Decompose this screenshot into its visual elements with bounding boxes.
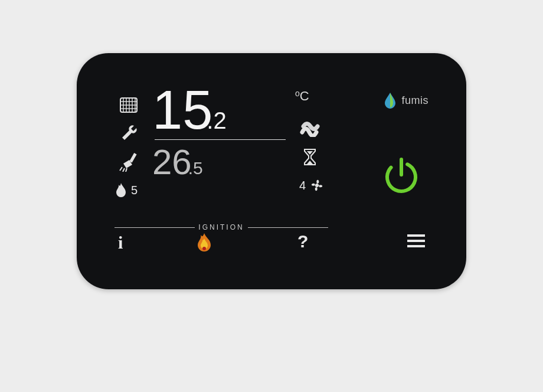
svg-rect-19 <box>407 245 425 247</box>
bottom-bar: i ? <box>115 233 428 256</box>
svg-rect-17 <box>407 234 425 237</box>
svg-rect-9 <box>129 153 136 162</box>
room-temperature: 26.5 <box>152 145 288 180</box>
grate-icon[interactable] <box>115 91 143 119</box>
droplet-icon <box>384 92 397 109</box>
set-temp-frac: .2 <box>207 107 226 133</box>
room-temp-frac: .5 <box>188 158 203 178</box>
room-temp-whole: 26 <box>152 142 192 182</box>
flame-color-icon <box>196 233 212 251</box>
flame-level-value: 5 <box>131 184 138 197</box>
flame-icon <box>115 182 127 198</box>
menu-icon <box>407 234 425 248</box>
status-label: IGNITION <box>198 223 244 231</box>
fan-level-value: 4 <box>299 179 306 192</box>
power-button[interactable] <box>380 155 423 197</box>
svg-point-16 <box>202 247 206 250</box>
device-frame: fumis oC 5 15.2 <box>77 53 466 289</box>
ignition-flame-button[interactable] <box>196 233 212 251</box>
status-bar: IGNITION <box>115 223 328 231</box>
svg-point-13 <box>315 184 319 187</box>
brush-icon[interactable] <box>115 148 143 176</box>
fan-icon <box>309 178 325 193</box>
wave-icon[interactable] <box>295 115 325 143</box>
left-icon-column: 5 <box>115 91 143 204</box>
temperature-block[interactable]: 15.2 26.5 <box>152 83 288 180</box>
brand-name: fumis <box>401 94 428 107</box>
hourglass-icon[interactable] <box>295 143 325 171</box>
mid-icon-column: 4 <box>295 89 325 200</box>
set-temp-whole: 15 <box>152 80 212 140</box>
svg-line-12 <box>126 168 127 172</box>
brand: fumis <box>384 92 428 109</box>
svg-line-10 <box>120 167 122 171</box>
info-button[interactable]: i <box>118 233 123 253</box>
menu-button[interactable] <box>407 234 425 248</box>
help-button[interactable]: ? <box>297 231 308 251</box>
flame-level[interactable]: 5 <box>115 176 143 204</box>
wrench-icon[interactable] <box>115 119 143 148</box>
screen: fumis oC 5 15.2 <box>115 89 428 254</box>
set-temperature: 15.2 <box>152 83 288 137</box>
svg-rect-18 <box>407 240 425 242</box>
power-icon <box>380 155 423 197</box>
svg-line-11 <box>123 168 125 172</box>
fan-level[interactable]: 4 <box>295 171 325 200</box>
